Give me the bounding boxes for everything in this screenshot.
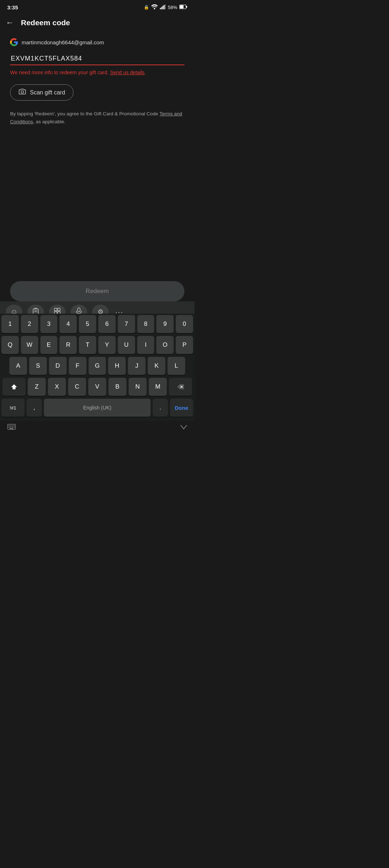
status-icons: 🔒 58%: [144, 4, 187, 10]
error-message: We need more info to redeem your gift ca…: [10, 69, 184, 76]
key-5[interactable]: 5: [79, 315, 96, 333]
terms-text: By tapping 'Redeem', you agree to the Gi…: [10, 110, 184, 125]
account-email: martinmcdonagh6644@gmail.com: [22, 39, 104, 45]
key-b[interactable]: B: [108, 378, 126, 396]
back-button[interactable]: ←: [4, 17, 15, 29]
header: ← Redeem code: [0, 13, 194, 32]
key-0[interactable]: 0: [176, 315, 193, 333]
battery-percentage: 58%: [168, 5, 177, 10]
svg-rect-23: [10, 425, 12, 426]
key-q[interactable]: Q: [1, 336, 19, 354]
svg-rect-17: [78, 308, 80, 312]
key-t[interactable]: T: [79, 336, 96, 354]
chevron-down-icon: [180, 424, 187, 431]
keyboard: 1 2 3 4 5 6 7 8 9 0 Q W E R T Y U I O P …: [0, 314, 194, 421]
key-d[interactable]: D: [49, 357, 67, 375]
keyboard-bottom-icon: [7, 424, 16, 431]
svg-rect-25: [14, 425, 15, 426]
status-bar: 3:35 🔒 58%: [0, 0, 194, 13]
key-1[interactable]: 1: [1, 315, 19, 333]
key-o[interactable]: O: [156, 336, 174, 354]
delete-key[interactable]: [169, 378, 192, 396]
key-s[interactable]: S: [29, 357, 47, 375]
svg-rect-13: [54, 308, 57, 311]
status-time: 3:35: [7, 4, 18, 10]
key-w[interactable]: W: [21, 336, 38, 354]
space-key[interactable]: English (UK): [44, 399, 151, 417]
battery-icon: [179, 5, 187, 10]
key-v[interactable]: V: [88, 378, 106, 396]
key-h[interactable]: H: [108, 357, 126, 375]
svg-rect-22: [9, 425, 10, 426]
key-2[interactable]: 2: [21, 315, 38, 333]
svg-rect-8: [180, 5, 184, 8]
camera-icon: [18, 88, 26, 97]
scan-button-label: Scan gift card: [30, 89, 65, 96]
key-i[interactable]: I: [137, 336, 155, 354]
bottom-bar: [0, 421, 194, 434]
done-key[interactable]: Done: [170, 399, 193, 417]
key-c[interactable]: C: [68, 378, 86, 396]
key-7[interactable]: 7: [118, 315, 135, 333]
key-l[interactable]: L: [167, 357, 185, 375]
key-9[interactable]: 9: [156, 315, 174, 333]
svg-rect-3: [162, 6, 164, 9]
key-r[interactable]: R: [59, 336, 77, 354]
key-6[interactable]: 6: [98, 315, 116, 333]
key-8[interactable]: 8: [137, 315, 155, 333]
redeem-button[interactable]: Redeem: [10, 281, 184, 301]
google-icon: [10, 38, 18, 46]
key-p[interactable]: P: [176, 336, 193, 354]
keyboard-qwerty-row: Q W E R T Y U I O P: [0, 336, 194, 354]
svg-rect-14: [58, 308, 60, 311]
main-content: martinmcdonagh6644@gmail.com We need mor…: [0, 32, 194, 125]
svg-rect-7: [186, 6, 187, 8]
svg-rect-26: [9, 427, 10, 428]
key-x[interactable]: X: [48, 378, 66, 396]
scan-gift-card-button[interactable]: Scan gift card: [10, 84, 73, 101]
key-4[interactable]: 4: [59, 315, 77, 333]
page-title: Redeem code: [21, 18, 70, 27]
svg-rect-10: [33, 309, 38, 314]
svg-point-9: [21, 91, 24, 93]
key-n[interactable]: N: [129, 378, 147, 396]
keyboard-bottom-row: !#1 , English (UK) . Done: [0, 399, 194, 417]
key-f[interactable]: F: [69, 357, 86, 375]
keyboard-number-row: 1 2 3 4 5 6 7 8 9 0: [0, 315, 194, 333]
account-row: martinmcdonagh6644@gmail.com: [10, 38, 184, 46]
key-z[interactable]: Z: [28, 378, 46, 396]
period-key[interactable]: .: [153, 399, 168, 417]
key-y[interactable]: Y: [98, 336, 116, 354]
key-g[interactable]: G: [89, 357, 106, 375]
svg-rect-5: [165, 4, 166, 9]
svg-rect-30: [10, 428, 13, 429]
svg-rect-1: [160, 8, 161, 9]
key-k[interactable]: K: [148, 357, 165, 375]
svg-point-0: [154, 8, 155, 9]
svg-rect-27: [10, 427, 12, 428]
symbols-key[interactable]: !#1: [1, 399, 24, 417]
svg-rect-29: [14, 427, 15, 428]
svg-rect-28: [12, 427, 13, 428]
key-j[interactable]: J: [128, 357, 146, 375]
svg-rect-24: [12, 425, 13, 426]
wifi-icon: [151, 4, 158, 10]
shield-icon: 🔒: [144, 5, 149, 10]
key-e[interactable]: E: [40, 336, 58, 354]
send-details-link[interactable]: Send us details: [110, 70, 145, 75]
keyboard-zxcv-row: Z X C V B N M: [0, 378, 194, 396]
key-a[interactable]: A: [9, 357, 27, 375]
svg-rect-4: [164, 5, 165, 9]
comma-key[interactable]: ,: [27, 399, 42, 417]
code-input[interactable]: [10, 53, 184, 65]
svg-rect-2: [161, 7, 162, 9]
key-u[interactable]: U: [118, 336, 135, 354]
signal-icon: [160, 4, 166, 10]
keyboard-asdf-row: A S D F G H J K L: [0, 357, 194, 375]
code-input-wrapper[interactable]: [10, 53, 184, 65]
key-3[interactable]: 3: [40, 315, 58, 333]
key-m[interactable]: M: [149, 378, 167, 396]
shift-key[interactable]: [3, 378, 26, 396]
